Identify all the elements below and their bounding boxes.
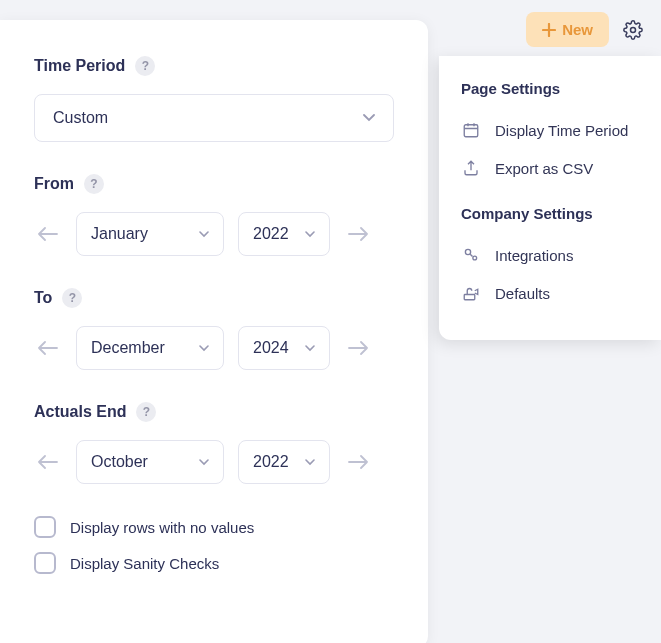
chevron-down-icon — [305, 459, 315, 466]
from-prev-arrow[interactable] — [34, 220, 62, 248]
chevron-down-icon — [199, 231, 209, 238]
actuals-end-month-value: October — [91, 453, 148, 471]
chevron-down-icon — [305, 231, 315, 238]
to-prev-arrow[interactable] — [34, 334, 62, 362]
chevron-down-icon — [199, 459, 209, 466]
actuals-end-label-row: Actuals End ? — [34, 402, 394, 422]
help-icon[interactable]: ? — [62, 288, 82, 308]
arrow-left-icon — [38, 455, 58, 469]
arrow-left-icon — [38, 227, 58, 241]
options-section: Display rows with no values Display Sani… — [34, 516, 394, 574]
to-next-arrow[interactable] — [344, 334, 372, 362]
actuals-end-label: Actuals End — [34, 403, 126, 421]
new-button-label: New — [562, 21, 593, 38]
display-rows-no-values-checkbox[interactable]: Display rows with no values — [34, 516, 394, 538]
from-section: From ? January 2022 — [34, 174, 394, 256]
display-sanity-checks-checkbox[interactable]: Display Sanity Checks — [34, 552, 394, 574]
to-date-row: December 2024 — [34, 326, 394, 370]
time-period-select[interactable]: Custom — [34, 94, 394, 142]
to-month-value: December — [91, 339, 165, 357]
checkbox-icon — [34, 516, 56, 538]
defaults-icon — [461, 283, 481, 303]
actuals-end-month-select[interactable]: October — [76, 440, 224, 484]
from-month-select[interactable]: January — [76, 212, 224, 256]
from-label-row: From ? — [34, 174, 394, 194]
svg-rect-1 — [464, 125, 478, 137]
display-rows-no-values-label: Display rows with no values — [70, 519, 254, 536]
menu-item-display-time-period[interactable]: Display Time Period — [461, 111, 639, 149]
to-month-select[interactable]: December — [76, 326, 224, 370]
arrow-right-icon — [348, 227, 368, 241]
help-icon[interactable]: ? — [84, 174, 104, 194]
from-label: From — [34, 175, 74, 193]
time-settings-panel: Time Period ? Custom From ? January — [0, 20, 428, 643]
plus-icon — [542, 23, 556, 37]
chevron-down-icon — [199, 345, 209, 352]
gear-icon — [623, 20, 643, 40]
menu-item-export-csv[interactable]: Export as CSV — [461, 149, 639, 187]
to-year-value: 2024 — [253, 339, 289, 357]
svg-point-2 — [465, 249, 470, 254]
actuals-end-prev-arrow[interactable] — [34, 448, 62, 476]
from-year-select[interactable]: 2022 — [238, 212, 330, 256]
settings-menu: Page Settings Display Time Period Export… — [439, 56, 661, 340]
time-period-label: Time Period — [34, 57, 125, 75]
settings-gear-button[interactable] — [619, 16, 647, 44]
page-settings-heading: Page Settings — [461, 80, 639, 97]
from-date-row: January 2022 — [34, 212, 394, 256]
chevron-down-icon — [363, 114, 375, 122]
actuals-end-year-select[interactable]: 2022 — [238, 440, 330, 484]
svg-rect-4 — [464, 295, 475, 300]
from-month-value: January — [91, 225, 148, 243]
menu-item-integrations[interactable]: Integrations — [461, 236, 639, 274]
calendar-icon — [461, 120, 481, 140]
checkbox-icon — [34, 552, 56, 574]
arrow-left-icon — [38, 341, 58, 355]
menu-item-defaults[interactable]: Defaults — [461, 274, 639, 312]
time-period-section: Time Period ? Custom — [34, 56, 394, 142]
menu-item-label: Export as CSV — [495, 160, 593, 177]
help-icon[interactable]: ? — [136, 402, 156, 422]
to-label-row: To ? — [34, 288, 394, 308]
arrow-right-icon — [348, 341, 368, 355]
chevron-down-icon — [305, 345, 315, 352]
integrations-icon — [461, 245, 481, 265]
help-icon[interactable]: ? — [135, 56, 155, 76]
time-period-value: Custom — [53, 109, 108, 127]
menu-item-label: Display Time Period — [495, 122, 628, 139]
from-next-arrow[interactable] — [344, 220, 372, 248]
display-sanity-checks-label: Display Sanity Checks — [70, 555, 219, 572]
to-label: To — [34, 289, 52, 307]
svg-point-0 — [631, 27, 636, 32]
menu-item-label: Defaults — [495, 285, 550, 302]
svg-point-3 — [473, 256, 477, 260]
from-year-value: 2022 — [253, 225, 289, 243]
actuals-end-year-value: 2022 — [253, 453, 289, 471]
actuals-end-next-arrow[interactable] — [344, 448, 372, 476]
company-settings-heading: Company Settings — [461, 205, 639, 222]
arrow-right-icon — [348, 455, 368, 469]
export-icon — [461, 158, 481, 178]
time-period-label-row: Time Period ? — [34, 56, 394, 76]
actuals-end-date-row: October 2022 — [34, 440, 394, 484]
to-section: To ? December 2024 — [34, 288, 394, 370]
new-button[interactable]: New — [526, 12, 609, 47]
top-bar: New — [526, 12, 647, 47]
actuals-end-section: Actuals End ? October 2022 — [34, 402, 394, 484]
to-year-select[interactable]: 2024 — [238, 326, 330, 370]
menu-item-label: Integrations — [495, 247, 573, 264]
